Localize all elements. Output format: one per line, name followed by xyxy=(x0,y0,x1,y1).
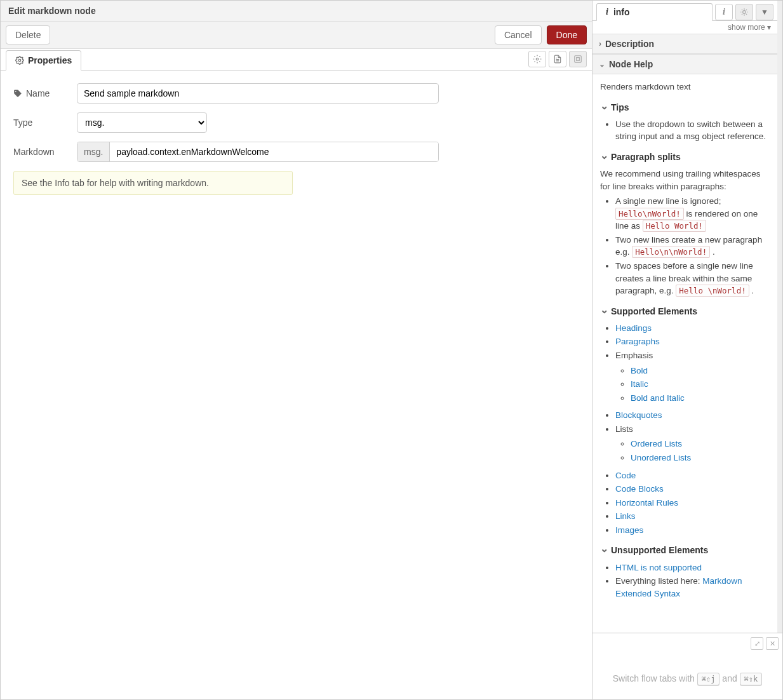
list-item-emphasis: Emphasis Bold Italic Bold and Italic xyxy=(615,349,770,404)
link-headings[interactable]: Headings xyxy=(615,323,652,333)
link-images[interactable]: Images xyxy=(615,525,643,535)
done-button[interactable]: Done xyxy=(547,25,587,44)
sidebar: i info i ▼ show more ▾ › Description ⌄ N… xyxy=(592,0,783,700)
chevron-right-icon: › xyxy=(599,39,601,48)
sidebar-dropdown-button[interactable]: ▼ xyxy=(756,4,773,20)
info-callout: See the Info tab for help with writing m… xyxy=(13,171,293,195)
help-intro: Renders markdown text xyxy=(600,81,770,93)
sidebar-tab-info-label: info xyxy=(613,7,630,17)
tab-properties-label: Properties xyxy=(28,55,72,65)
supported-heading: Supported Elements xyxy=(600,304,770,318)
link-blockquotes[interactable]: Blockquotes xyxy=(615,410,662,420)
link-bold[interactable]: Bold xyxy=(631,366,648,375)
svg-point-4 xyxy=(743,10,746,13)
tab-properties[interactable]: Properties xyxy=(6,50,81,71)
properties-form: Name Type msg. Markdown xyxy=(1,71,592,208)
sidebar-debug-button[interactable] xyxy=(735,4,753,20)
link-ordered-lists[interactable]: Ordered Lists xyxy=(631,439,682,448)
type-select[interactable]: msg. xyxy=(77,112,207,133)
sidebar-info-button[interactable]: i xyxy=(715,4,733,20)
info-icon: i xyxy=(606,7,608,17)
para-heading: Paragraph splits xyxy=(600,149,770,164)
list-item-extended: Everything listed here: Markdown Extende… xyxy=(615,575,770,600)
link-paragraphs[interactable]: Paragraphs xyxy=(615,337,660,346)
accordion-node-help[interactable]: ⌄ Node Help xyxy=(592,54,777,74)
link-html-not-supported[interactable]: HTML is not supported xyxy=(615,563,702,572)
name-input[interactable] xyxy=(77,83,439,104)
svg-rect-3 xyxy=(577,58,580,61)
markdown-compound-input: msg. xyxy=(77,142,439,162)
appearance-icon-button[interactable] xyxy=(569,51,587,67)
close-icon[interactable]: ✕ xyxy=(766,637,779,650)
kbd-prev: ⌘⇧j xyxy=(697,673,720,685)
toolbar: Delete Cancel Done xyxy=(1,22,592,49)
sidebar-tab-row: i info i ▼ xyxy=(592,1,777,21)
link-unordered-lists[interactable]: Unordered Lists xyxy=(631,453,691,462)
tips-heading: Tips xyxy=(600,100,770,114)
sidebar-footer: ⤢ ✕ Switch flow tabs with ⌘⇧j and ⌘⇧k xyxy=(592,633,782,699)
editor-panel: Edit markdown node Delete Cancel Done Pr… xyxy=(0,0,592,700)
delete-button[interactable]: Delete xyxy=(6,25,50,44)
markdown-label: Markdown xyxy=(13,147,55,157)
tips-item: Use the dropdown to switch between a str… xyxy=(615,118,770,143)
expand-icon[interactable]: ⤢ xyxy=(751,637,763,650)
description-icon-button[interactable] xyxy=(549,51,566,67)
para-item-1: A single new line is ignored; Hello\nWor… xyxy=(615,195,770,232)
svg-point-1 xyxy=(536,58,539,60)
cancel-button[interactable]: Cancel xyxy=(495,25,542,44)
node-help-body: Renders markdown text Tips Use the dropd… xyxy=(592,74,777,611)
link-bold-and-italic[interactable]: Bold and Italic xyxy=(631,393,685,403)
unsupported-heading: Unsupported Elements xyxy=(600,542,770,557)
show-more-link[interactable]: show more ▾ xyxy=(592,21,777,34)
tag-icon xyxy=(13,89,22,98)
kbd-next: ⌘⇧k xyxy=(740,673,763,685)
link-code-blocks[interactable]: Code Blocks xyxy=(615,484,664,494)
svg-rect-2 xyxy=(575,56,582,63)
link-links[interactable]: Links xyxy=(615,511,636,521)
para-item-3: Two spaces before a single new line crea… xyxy=(615,260,770,297)
accordion-description[interactable]: › Description xyxy=(592,34,777,54)
para-item-2: Two new lines create a new paragraph e.g… xyxy=(615,234,770,259)
panel-title: Edit markdown node xyxy=(1,1,592,22)
markdown-input[interactable] xyxy=(110,142,438,161)
name-label: Name xyxy=(26,88,50,98)
link-italic[interactable]: Italic xyxy=(631,379,648,389)
sidebar-tab-info[interactable]: i info xyxy=(596,3,713,21)
link-code[interactable]: Code xyxy=(615,471,636,480)
para-intro: We recommend using trailing whitespaces … xyxy=(600,168,770,192)
tab-row: Properties xyxy=(1,49,592,71)
markdown-prefix[interactable]: msg. xyxy=(77,142,110,161)
footer-hint: Switch flow tabs with ⌘⇧j and ⌘⇧k xyxy=(592,673,782,685)
settings-icon-button[interactable] xyxy=(528,51,546,67)
list-item-lists: Lists Ordered Lists Unordered Lists xyxy=(615,423,770,464)
chevron-down-icon: ⌄ xyxy=(599,60,605,69)
type-label: Type xyxy=(13,118,32,128)
gear-icon xyxy=(15,56,24,65)
svg-point-0 xyxy=(18,59,21,62)
link-horizontal-rules[interactable]: Horizontal Rules xyxy=(615,498,678,508)
